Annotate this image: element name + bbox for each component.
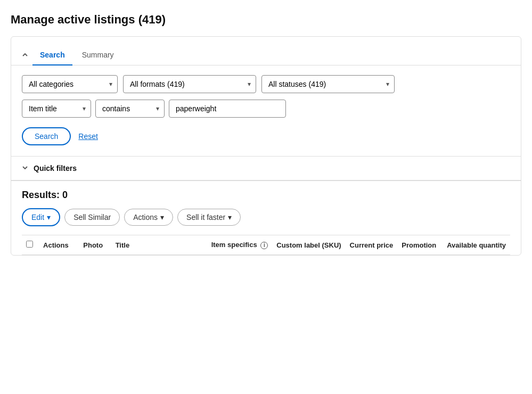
table-header-checkbox (22, 235, 39, 255)
search-action-row: Search Reset (22, 127, 510, 145)
select-all-checkbox[interactable] (26, 241, 33, 248)
listings-table: Actions Photo Title Item specifics i Cus… (22, 235, 510, 255)
condition-dropdown-wrapper: contains ▾ (95, 100, 165, 118)
formats-dropdown-wrapper: All formats (419) ▾ (123, 75, 256, 93)
action-bar: Edit ▾ Sell Similar Actions ▾ Sell it fa… (22, 208, 510, 226)
condition-dropdown[interactable]: contains (95, 100, 165, 118)
categories-dropdown[interactable]: All categories (22, 75, 118, 93)
page-title: Manage active listings (419) (11, 13, 521, 27)
tab-bar: Search Summary (32, 44, 121, 65)
panel-body: All categories ▾ All formats (419) ▾ All… (11, 65, 521, 156)
results-section: Results: 0 Edit ▾ Sell Similar Actions ▾… (11, 181, 521, 255)
quick-filters-chevron-icon (22, 165, 28, 173)
tab-summary[interactable]: Summary (75, 44, 121, 65)
table-header-actions: Actions (39, 235, 79, 255)
field-dropdown-wrapper: Item title ▾ (22, 100, 91, 118)
specifics-info-icon[interactable]: i (260, 242, 268, 249)
reset-button[interactable]: Reset (78, 132, 98, 141)
search-button[interactable]: Search (22, 127, 71, 145)
table-header-title: Title (111, 235, 207, 255)
quick-filters-label: Quick filters (34, 164, 77, 173)
edit-chevron-icon: ▾ (47, 213, 51, 221)
field-dropdown[interactable]: Item title (22, 100, 91, 118)
results-count: Results: 0 (22, 190, 510, 201)
listings-table-wrapper: Actions Photo Title Item specifics i Cus… (22, 235, 510, 255)
table-header-photo: Photo (79, 235, 111, 255)
panel-header: Search Summary (11, 37, 521, 65)
actions-chevron-icon: ▾ (160, 213, 164, 221)
tab-search[interactable]: Search (32, 44, 72, 65)
sell-faster-button[interactable]: Sell it faster ▾ (177, 209, 241, 226)
table-header-available: Available quantity (443, 235, 510, 255)
statuses-dropdown-wrapper: All statuses (419) ▾ (261, 75, 395, 93)
edit-button-label: Edit (31, 213, 44, 221)
categories-dropdown-wrapper: All categories ▾ (22, 75, 118, 93)
sell-faster-chevron-icon: ▾ (228, 213, 232, 221)
dropdown-filter-row: All categories ▾ All formats (419) ▾ All… (22, 75, 510, 93)
sell-faster-label: Sell it faster (186, 213, 225, 221)
quick-filters-section[interactable]: Quick filters (11, 157, 521, 180)
statuses-dropdown[interactable]: All statuses (419) (261, 75, 395, 93)
table-header-sku: Custom label (SKU) (272, 235, 345, 255)
actions-button[interactable]: Actions ▾ (124, 209, 173, 226)
collapse-panel-button[interactable] (22, 52, 32, 58)
main-panel: Search Summary All categories ▾ All form… (11, 36, 521, 256)
actions-label: Actions (133, 213, 158, 221)
search-filter-row: Item title ▾ contains ▾ (22, 100, 510, 118)
table-header-specifics: Item specifics i (207, 235, 273, 255)
table-header-promotion: Promotion (397, 235, 443, 255)
formats-dropdown[interactable]: All formats (419) (123, 75, 256, 93)
search-text-input[interactable] (169, 100, 286, 118)
sell-similar-button[interactable]: Sell Similar (64, 209, 120, 226)
table-header-price: Current price (346, 235, 398, 255)
edit-button[interactable]: Edit ▾ (22, 208, 60, 226)
sell-similar-label: Sell Similar (73, 213, 111, 221)
